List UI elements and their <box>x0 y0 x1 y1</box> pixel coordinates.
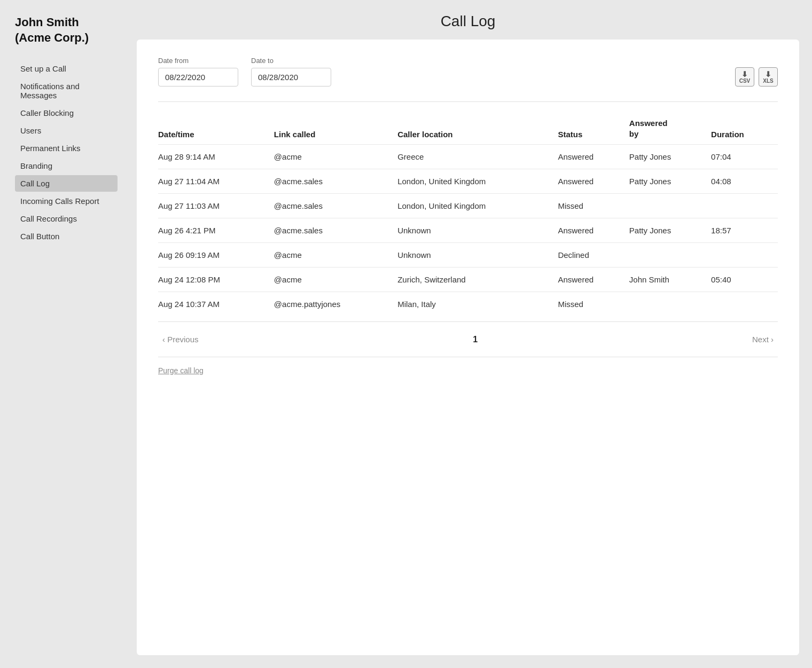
main-content: Call Log Date from Date to ⬇ CSV ⬇ XLS <box>128 0 812 668</box>
cell-answered-by <box>629 243 711 268</box>
cell-caller-location: London, United Kingdom <box>397 169 558 194</box>
cell-answered-by: Patty Jones <box>629 145 711 169</box>
cell-answered-by: Patty Jones <box>629 218 711 243</box>
cell-datetime: Aug 26 4:21 PM <box>158 218 274 243</box>
purge-section: Purge call log <box>158 357 778 375</box>
sidebar-item-call-log[interactable]: Call Log <box>15 175 118 192</box>
sidebar: John Smith (Acme Corp.) Set up a CallNot… <box>0 0 128 668</box>
cell-duration <box>711 194 778 218</box>
col-header-duration: Duration <box>711 113 778 145</box>
cell-status: Answered <box>558 218 629 243</box>
sidebar-item-notifications-messages[interactable]: Notifications and Messages <box>15 78 118 104</box>
table-header-row: Date/time Link called Caller location St… <box>158 113 778 145</box>
cell-caller-location: Greece <box>397 145 558 169</box>
col-header-answered-by: Answeredby <box>629 113 711 145</box>
date-to-label: Date to <box>251 57 331 65</box>
cell-duration: 07:04 <box>711 145 778 169</box>
sidebar-item-incoming-calls-report[interactable]: Incoming Calls Report <box>15 193 118 209</box>
col-header-caller-location: Caller location <box>397 113 558 145</box>
cell-answered-by: Patty Jones <box>629 169 711 194</box>
cell-duration <box>711 243 778 268</box>
cell-caller-location: Zurich, Switzerland <box>397 268 558 292</box>
table-row: Aug 24 10:37 AM@acme.pattyjonesMilan, It… <box>158 292 778 317</box>
cell-datetime: Aug 27 11:03 AM <box>158 194 274 218</box>
table-row: Aug 27 11:04 AM@acme.salesLondon, United… <box>158 169 778 194</box>
cell-link-called: @acme <box>274 243 397 268</box>
cell-link-called: @acme <box>274 268 397 292</box>
pagination-prev-button[interactable]: ‹ Previous <box>158 333 203 346</box>
cell-link-called: @acme.sales <box>274 169 397 194</box>
cell-link-called: @acme.sales <box>274 194 397 218</box>
sidebar-nav: Set up a CallNotifications and MessagesC… <box>15 60 118 245</box>
table-row: Aug 26 4:21 PM@acme.salesUnknownAnswered… <box>158 218 778 243</box>
sidebar-item-caller-blocking[interactable]: Caller Blocking <box>15 105 118 121</box>
table-row: Aug 26 09:19 AM@acmeUnknownDeclined <box>158 243 778 268</box>
pagination-current-page: 1 <box>473 335 478 344</box>
table-row: Aug 27 11:03 AM@acme.salesLondon, United… <box>158 194 778 218</box>
cell-duration: 18:57 <box>711 218 778 243</box>
sidebar-item-users[interactable]: Users <box>15 122 118 139</box>
download-csv-icon: ⬇ <box>741 70 748 78</box>
cell-datetime: Aug 28 9:14 AM <box>158 145 274 169</box>
date-to-input[interactable] <box>251 68 331 87</box>
download-xls-icon: ⬇ <box>765 70 771 78</box>
date-from-group: Date from <box>158 57 238 87</box>
col-header-link-called: Link called <box>274 113 397 145</box>
cell-caller-location: London, United Kingdom <box>397 194 558 218</box>
cell-duration: 05:40 <box>711 268 778 292</box>
cell-duration <box>711 292 778 317</box>
export-icons: ⬇ CSV ⬇ XLS <box>735 67 778 87</box>
sidebar-item-permanent-links[interactable]: Permanent Links <box>15 140 118 156</box>
cell-status: Answered <box>558 169 629 194</box>
purge-call-log-button[interactable]: Purge call log <box>158 366 204 375</box>
filters-row: Date from Date to ⬇ CSV ⬇ XLS <box>158 57 778 87</box>
cell-link-called: @acme <box>274 145 397 169</box>
cell-datetime: Aug 27 11:04 AM <box>158 169 274 194</box>
table-header: Date/time Link called Caller location St… <box>158 113 778 145</box>
col-header-status: Status <box>558 113 629 145</box>
cell-status: Answered <box>558 268 629 292</box>
export-xls-button[interactable]: ⬇ XLS <box>759 67 778 87</box>
col-header-datetime: Date/time <box>158 113 274 145</box>
cell-caller-location: Unknown <box>397 218 558 243</box>
cell-answered-by <box>629 194 711 218</box>
cell-status: Declined <box>558 243 629 268</box>
sidebar-item-call-button[interactable]: Call Button <box>15 228 118 245</box>
cell-status: Answered <box>558 145 629 169</box>
date-from-label: Date from <box>158 57 238 65</box>
content-card: Date from Date to ⬇ CSV ⬇ XLS <box>137 40 799 655</box>
call-table: Date/time Link called Caller location St… <box>158 113 778 316</box>
cell-datetime: Aug 24 12:08 PM <box>158 268 274 292</box>
cell-caller-location: Milan, Italy <box>397 292 558 317</box>
page-title: Call Log <box>137 13 799 30</box>
export-csv-button[interactable]: ⬇ CSV <box>735 67 754 87</box>
cell-caller-location: Unknown <box>397 243 558 268</box>
cell-status: Missed <box>558 292 629 317</box>
cell-answered-by <box>629 292 711 317</box>
date-to-group: Date to <box>251 57 331 87</box>
pagination-next-button[interactable]: Next › <box>748 333 778 346</box>
sidebar-item-branding[interactable]: Branding <box>15 158 118 174</box>
cell-datetime: Aug 24 10:37 AM <box>158 292 274 317</box>
sidebar-item-setup-call[interactable]: Set up a Call <box>15 60 118 77</box>
table-row: Aug 28 9:14 AM@acmeGreeceAnsweredPatty J… <box>158 145 778 169</box>
table-body: Aug 28 9:14 AM@acmeGreeceAnsweredPatty J… <box>158 145 778 317</box>
table-divider <box>158 101 778 102</box>
cell-answered-by: John Smith <box>629 268 711 292</box>
cell-status: Missed <box>558 194 629 218</box>
table-row: Aug 24 12:08 PM@acmeZurich, SwitzerlandA… <box>158 268 778 292</box>
cell-datetime: Aug 26 09:19 AM <box>158 243 274 268</box>
cell-link-called: @acme.pattyjones <box>274 292 397 317</box>
sidebar-item-call-recordings[interactable]: Call Recordings <box>15 210 118 227</box>
date-from-input[interactable] <box>158 68 238 87</box>
sidebar-brand: John Smith (Acme Corp.) <box>15 15 118 45</box>
cell-link-called: @acme.sales <box>274 218 397 243</box>
pagination: ‹ Previous 1 Next › <box>158 321 778 346</box>
cell-duration: 04:08 <box>711 169 778 194</box>
